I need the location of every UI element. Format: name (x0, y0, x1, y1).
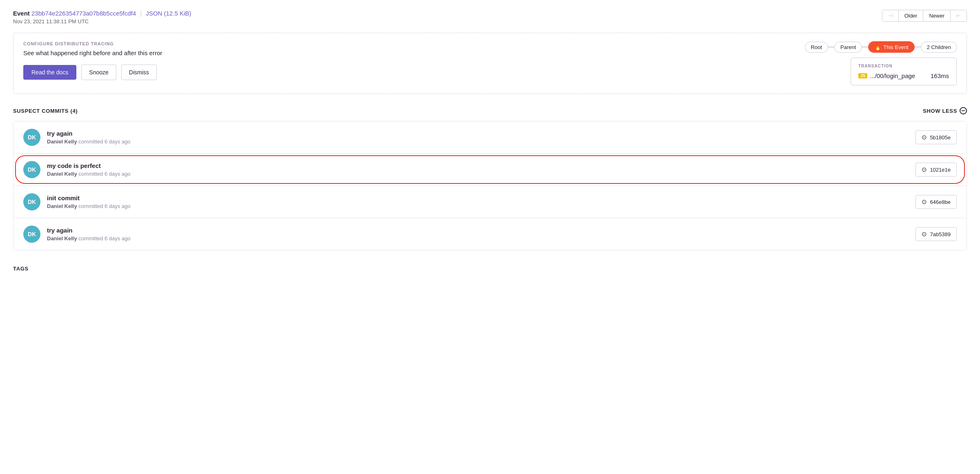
suspects-title: SUSPECT COMMITS (4) (13, 108, 78, 114)
show-less-label: SHOW LESS (923, 108, 957, 114)
commit-left: DK my code is perfect Daniel Kelly commi… (23, 161, 131, 178)
tracing-banner: CONFIGURE DISTRIBUTED TRACING See what h… (13, 33, 967, 94)
commit-author: Daniel Kelly (47, 203, 77, 209)
nav-last-button[interactable]: ⊢ (951, 10, 967, 21)
commit-hash: 5b1805e (930, 134, 951, 141)
avatar: DK (23, 226, 40, 243)
github-icon: ⊙ (922, 166, 927, 173)
snooze-button[interactable]: Snooze (81, 65, 116, 80)
js-badge: JS (858, 73, 867, 78)
transaction-name: JS .../00/login_page (858, 72, 915, 79)
commit-row: DK my code is perfect Daniel Kelly commi… (13, 154, 967, 186)
fire-icon: 🔥 (874, 44, 881, 50)
commit-hash-button[interactable]: ⊙ 646e8be (915, 195, 957, 209)
commit-meta: Daniel Kelly committed 6 days ago (47, 139, 131, 145)
transaction-box: TRANSACTION JS .../00/login_page 163ms (851, 58, 957, 85)
commit-author: Daniel Kelly (47, 235, 77, 241)
commit-meta: Daniel Kelly committed 6 days ago (47, 203, 131, 209)
avatar: DK (23, 193, 40, 210)
commit-hash: 7ab5389 (930, 231, 951, 237)
trace-step-parent[interactable]: Parent (834, 42, 862, 53)
trace-step-root[interactable]: Root (805, 42, 828, 53)
read-docs-button[interactable]: Read the docs (23, 65, 76, 80)
nav-first-button[interactable]: ⊣ (882, 10, 899, 21)
transaction-path: .../00/login_page (870, 72, 915, 79)
trace-connector-3 (914, 47, 921, 47)
event-title: Event 23bb74e226354773a07b8b5cce5fcdf4 |… (13, 10, 191, 17)
event-label: Event (13, 10, 30, 17)
commit-meta: Daniel Kelly committed 6 days ago (47, 235, 131, 241)
commit-left: DK try again Daniel Kelly committed 6 da… (23, 226, 131, 243)
commit-row: DK try again Daniel Kelly committed 6 da… (13, 121, 967, 154)
trace-step-this-event[interactable]: 🔥 This Event (868, 41, 914, 53)
commit-time: committed 6 days ago (78, 171, 130, 177)
avatar: DK (23, 161, 40, 178)
tracing-right: Root Parent 🔥 This Event 2 Children TRAN… (805, 41, 957, 85)
tracing-left: CONFIGURE DISTRIBUTED TRACING See what h… (23, 41, 162, 80)
event-header: Event 23bb74e226354773a07b8b5cce5fcdf4 |… (13, 10, 967, 25)
transaction-time: 163ms (931, 72, 949, 79)
show-less-button[interactable]: SHOW LESS − (923, 107, 967, 114)
commit-time: committed 6 days ago (78, 235, 130, 241)
tags-title: TAGS (13, 266, 29, 272)
commit-time: committed 6 days ago (78, 203, 130, 209)
commit-info: try again Daniel Kelly committed 6 days … (47, 227, 131, 241)
commit-author: Daniel Kelly (47, 171, 77, 177)
trace-connector-1 (828, 47, 834, 47)
nav-newer-button[interactable]: Newer (923, 10, 951, 21)
commit-info: try again Daniel Kelly committed 6 days … (47, 130, 131, 145)
github-icon: ⊙ (922, 198, 927, 206)
commit-author: Daniel Kelly (47, 139, 77, 145)
separator: | (140, 10, 142, 17)
nav-older-button[interactable]: Older (899, 10, 924, 21)
nav-buttons: ⊣ Older Newer ⊢ (882, 10, 967, 22)
commit-hash-button[interactable]: ⊙ 7ab5389 (915, 227, 957, 241)
commit-message: my code is perfect (47, 162, 131, 169)
tags-section: TAGS (13, 265, 967, 272)
suspects-section-header: SUSPECT COMMITS (4) SHOW LESS − (13, 107, 967, 114)
trace-steps: Root Parent 🔥 This Event 2 Children (805, 41, 957, 53)
github-icon: ⊙ (922, 134, 927, 141)
commit-hash: 646e8be (930, 199, 951, 205)
event-timestamp: Nov 23, 2021 11:38:11 PM UTC (13, 18, 191, 25)
trace-connector-2 (862, 47, 868, 47)
transaction-row: JS .../00/login_page 163ms (858, 72, 949, 79)
commit-time: committed 6 days ago (78, 139, 130, 145)
github-icon: ⊙ (922, 230, 927, 238)
tracing-description: See what happened right before and after… (23, 49, 162, 56)
trace-step-children[interactable]: 2 Children (921, 42, 957, 53)
commit-row: DK init commit Daniel Kelly committed 6 … (13, 186, 967, 218)
commit-message: try again (47, 130, 131, 137)
commit-info: my code is perfect Daniel Kelly committe… (47, 162, 131, 177)
commit-info: init commit Daniel Kelly committed 6 day… (47, 195, 131, 209)
show-less-icon: − (960, 107, 967, 114)
event-title-block: Event 23bb74e226354773a07b8b5cce5fcdf4 |… (13, 10, 191, 25)
commit-message: try again (47, 227, 131, 234)
avatar: DK (23, 129, 40, 146)
tracing-title: CONFIGURE DISTRIBUTED TRACING (23, 41, 162, 46)
commits-list: DK try again Daniel Kelly committed 6 da… (13, 121, 967, 250)
commit-hash: 1021e1e (930, 167, 951, 173)
event-id[interactable]: 23bb74e226354773a07b8b5cce5fcdf4 (31, 10, 136, 17)
commit-left: DK init commit Daniel Kelly committed 6 … (23, 193, 131, 210)
dismiss-button[interactable]: Dismiss (121, 65, 157, 80)
commit-meta: Daniel Kelly committed 6 days ago (47, 171, 131, 177)
commit-message: init commit (47, 195, 131, 201)
commit-hash-button[interactable]: ⊙ 1021e1e (915, 163, 957, 177)
transaction-label: TRANSACTION (858, 64, 949, 68)
commit-hash-button[interactable]: ⊙ 5b1805e (915, 130, 957, 144)
event-json[interactable]: JSON (12.5 KiB) (146, 10, 191, 17)
commit-left: DK try again Daniel Kelly committed 6 da… (23, 129, 131, 146)
tracing-actions: Read the docs Snooze Dismiss (23, 65, 162, 80)
commit-row: DK try again Daniel Kelly committed 6 da… (13, 218, 967, 250)
